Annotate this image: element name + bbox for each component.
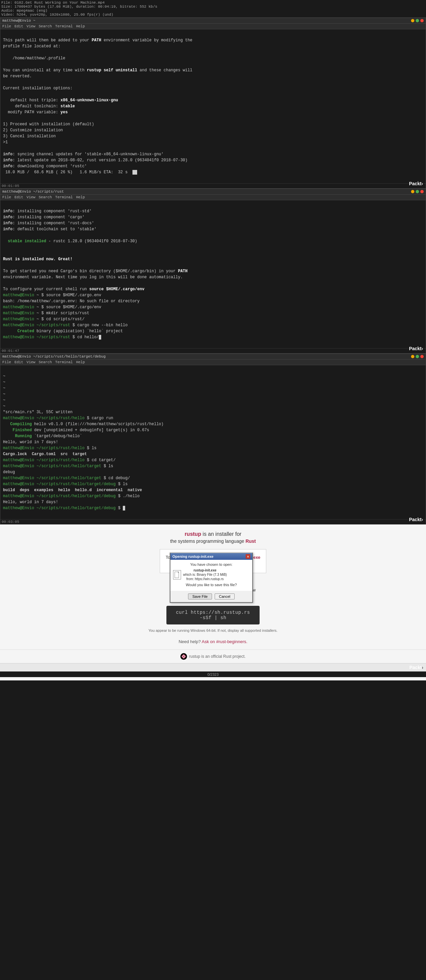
menu-file-2[interactable]: File xyxy=(2,195,11,199)
minimize-btn-3[interactable] xyxy=(411,355,414,358)
maximize-btn-2[interactable] xyxy=(416,190,419,193)
menu-edit-1[interactable]: Edit xyxy=(14,24,23,28)
menu-view-3[interactable]: View xyxy=(27,360,35,364)
video-audio: Audio: mpeg4aac (eng) xyxy=(2,9,48,13)
close-btn-3[interactable] xyxy=(420,355,424,358)
packt-logo-1: Packt› xyxy=(409,181,423,186)
rustup-intro-line2: the systems programming language Rust xyxy=(0,538,426,544)
terminal-section-2: matthew@Envio ~/scripts/rust File Edit V… xyxy=(0,189,426,353)
minimize-btn-2[interactable] xyxy=(411,190,414,193)
maximize-btn-3[interactable] xyxy=(416,355,419,358)
terminal-window-3: matthew@Envio ~/scripts/rust/hello/targe… xyxy=(0,353,426,525)
dialog-cancel-button[interactable]: Cancel xyxy=(215,593,234,600)
close-btn-2[interactable] xyxy=(420,190,424,193)
terminal-title-1: matthew@Envio ~ xyxy=(2,19,35,23)
terminal-content-2: info: installing component 'rust-std' in… xyxy=(0,200,426,348)
menu-terminal-3[interactable]: Terminal xyxy=(55,360,73,364)
dialog-content: You have chosen to open: rustup-init.exe… xyxy=(170,560,252,591)
svg-rect-0 xyxy=(175,572,179,578)
dialog-title-text: Opening rustup-init.exe xyxy=(173,554,213,558)
terminal-window-2: matthew@Envio ~/scripts/rust File Edit V… xyxy=(0,189,426,353)
video-size: Size: 17009437 bytes (17.08 MiB), durati… xyxy=(2,5,157,9)
need-help-section: Need help? Ask on #rust-beginners. xyxy=(0,639,426,644)
footer-text: rustup is an official Rust project. xyxy=(189,654,245,659)
terminal-window-1: matthew@Envio ~ File Edit View Search Te… xyxy=(0,18,426,189)
file-dialog-box: Opening rustup-init.exe ✕ You have chose… xyxy=(170,552,253,603)
terminal-titlebar-1: matthew@Envio ~ xyxy=(0,18,426,24)
terminal-menu-2: File Edit View Search Terminal Help xyxy=(0,195,426,200)
rust-beginners-link[interactable]: Ask on #rust-beginners. xyxy=(202,639,247,644)
video-title: File: 0102.Get Rust Working on Your Mach… xyxy=(2,1,105,5)
close-btn-1[interactable] xyxy=(420,19,424,22)
minimize-btn-1[interactable] xyxy=(411,19,414,22)
terminal-titlebar-2: matthew@Envio ~/scripts/rust xyxy=(0,189,426,195)
file-details: rustup-init.exe which is: Binary File (7… xyxy=(183,568,227,581)
menu-edit-3[interactable]: Edit xyxy=(14,360,23,364)
video-info-bar: File: 0102.Get Rust Working on Your Mach… xyxy=(0,0,426,18)
small-note: You appear to be running Windows 64-bit.… xyxy=(0,628,426,632)
rust-logo-small xyxy=(181,653,187,660)
titlebar-controls-3 xyxy=(411,355,424,358)
menu-view-2[interactable]: View xyxy=(27,195,35,199)
packt-logo-3: Packt› xyxy=(409,517,423,522)
terminal-title-2: matthew@Envio ~/scripts/rust xyxy=(2,189,64,194)
dialog-save-button[interactable]: Save File xyxy=(188,593,212,600)
dialog-titlebar: Opening rustup-init.exe ✕ xyxy=(170,553,252,560)
menu-search-2[interactable]: Search xyxy=(39,195,52,199)
command-text[interactable]: curl https://sh.rustup.rs -sSf | sh xyxy=(176,610,250,620)
packt-logo-bottom: Packt› xyxy=(409,665,423,670)
menu-file-1[interactable]: File xyxy=(2,24,11,28)
need-help-text: Need help? xyxy=(179,639,201,644)
menu-help-1[interactable]: Help xyxy=(76,24,85,28)
menu-search-1[interactable]: Search xyxy=(39,24,52,28)
terminal-menu-1: File Edit View Search Terminal Help xyxy=(0,24,426,29)
menu-edit-2[interactable]: Edit xyxy=(14,195,23,199)
timestamp-3: 00:03:05 xyxy=(0,519,426,524)
svg-point-2 xyxy=(182,654,186,659)
rustup-info-section: rustup is an installer for the systems p… xyxy=(0,525,426,681)
rustup-footer: rustup is an official Rust project. xyxy=(0,649,426,663)
menu-help-2[interactable]: Help xyxy=(76,195,85,199)
terminal-section-3: matthew@Envio ~/scripts/rust/hello/targe… xyxy=(0,353,426,525)
terminal-titlebar-3: matthew@Envio ~/scripts/rust/hello/targe… xyxy=(0,354,426,360)
maximize-btn-1[interactable] xyxy=(416,19,419,22)
bottom-bar: 0/2323 xyxy=(0,671,426,677)
titlebar-controls-1 xyxy=(411,19,424,22)
terminal-section-1: File: 0102.Get Rust Working on Your Mach… xyxy=(0,0,426,189)
rustup-title-line: rustup is an installer for xyxy=(0,531,426,537)
timestamp-1: 00:01:05 xyxy=(0,183,426,188)
dialog-file-from: from: https://win.rustup.rs xyxy=(183,577,227,581)
timestamp-2: 00:01:47 xyxy=(0,348,426,353)
rust-brand: Rust xyxy=(245,538,256,544)
file-icon xyxy=(173,570,181,579)
line-path: This path will then be added to your PAT… xyxy=(3,38,192,175)
packt-logo-2: Packt› xyxy=(409,346,423,351)
menu-terminal-1[interactable]: Terminal xyxy=(55,24,73,28)
dialog-overlay: To install Rust, download and run rustup… xyxy=(0,549,426,573)
titlebar-controls-2 xyxy=(411,190,424,193)
terminal-menu-3: File Edit View Search Terminal Help xyxy=(0,360,426,365)
video-video: Video: h264, yuv420p, 1920x1080, 25.00 f… xyxy=(2,13,114,17)
dialog-file-desc: which is: Binary File (7.3 MiB) xyxy=(183,573,227,576)
menu-view-1[interactable]: View xyxy=(27,24,35,28)
rustup-intro-text1: is an installer for xyxy=(201,531,241,537)
dialog-filename: rustup-init.exe xyxy=(183,568,227,572)
rustup-intro-text2: the systems programming language xyxy=(170,538,245,544)
menu-terminal-2[interactable]: Terminal xyxy=(55,195,73,199)
terminal-content-1: This path will then be added to your PAT… xyxy=(0,29,426,183)
file-icon-row: rustup-init.exe which is: Binary File (7… xyxy=(173,568,250,581)
dialog-close-button[interactable]: ✕ xyxy=(245,554,250,559)
menu-search-3[interactable]: Search xyxy=(39,360,52,364)
menu-file-3[interactable]: File xyxy=(2,360,11,364)
terminal2-lines: info: installing component 'rust-std' in… xyxy=(3,209,188,340)
rustup-brand: rustup xyxy=(185,531,201,537)
terminal-content-3: ~ ~ ~ ~ ~ ~ "src/main.rs" 3L, 55C writte… xyxy=(0,365,426,519)
terminal-title-3: matthew@Envio ~/scripts/rust/hello/targe… xyxy=(2,355,106,358)
command-box: curl https://sh.rustup.rs -sSf | sh xyxy=(166,606,260,624)
menu-help-3[interactable]: Help xyxy=(76,360,85,364)
dialog-buttons: Save File Cancel xyxy=(170,591,252,602)
dialog-question: Would you like to save this file? xyxy=(173,583,250,587)
dialog-text1: You have chosen to open: xyxy=(173,563,250,566)
terminal3-lines: ~ ~ ~ ~ ~ ~ "src/main.rs" 3L, 55C writte… xyxy=(3,374,164,511)
